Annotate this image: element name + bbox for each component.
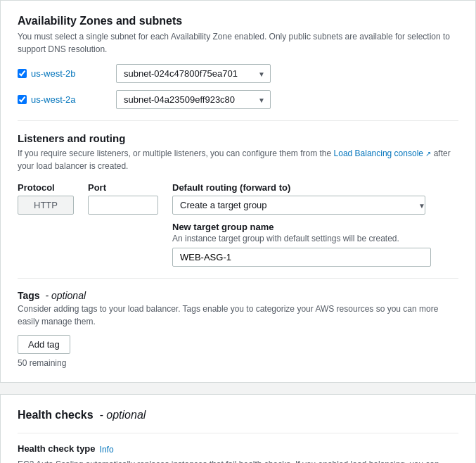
az-subnet-select-west2a[interactable]: subnet-04a23509eff923c80 (116, 90, 271, 109)
remaining-text: 50 remaining (18, 358, 458, 368)
listeners-form-row: Protocol HTTP Port 80 Default routing (f… (18, 182, 458, 267)
health-type-desc: EC2 Auto Scaling automatically replaces … (18, 458, 458, 463)
tags-section: Tags - optional Consider adding tags to … (18, 290, 458, 368)
listeners-divider (18, 120, 458, 121)
protocol-group: Protocol HTTP (18, 182, 74, 215)
target-group-name-section: New target group name An instance target… (172, 222, 431, 267)
az-checkbox-west2a[interactable] (18, 95, 27, 104)
routing-select-wrapper[interactable]: Create a target group (172, 196, 431, 215)
availability-zones-section: Availability Zones and subnets You must … (0, 0, 476, 383)
health-check-type-section: Health check type Info EC2 Auto Scaling … (18, 443, 458, 463)
tags-title: Tags - optional (18, 290, 458, 301)
routing-select[interactable]: Create a target group (172, 196, 425, 215)
port-label: Port (88, 182, 158, 193)
health-title-text: Health checks (18, 409, 94, 421)
az-label-west2a[interactable]: us-west-2a (18, 94, 116, 105)
tg-name-desc: An instance target group with default se… (172, 234, 431, 243)
health-checks-section: Health checks - optional Health check ty… (0, 394, 476, 463)
health-check-type-info-link[interactable]: Info (100, 445, 114, 455)
routing-label: Default routing (forward to) (172, 182, 431, 193)
listeners-desc: If you require secure listeners, or mult… (18, 147, 458, 172)
tg-name-label: New target group name (172, 222, 431, 232)
port-group: Port 80 (88, 182, 158, 215)
az-subnet-dropdown-west2a[interactable]: subnet-04a23509eff923c80 (116, 90, 271, 109)
health-check-type-header: Health check type Info (18, 443, 458, 455)
port-input[interactable]: 80 (88, 196, 158, 215)
listeners-title: Listeners and routing (18, 132, 458, 144)
load-balancing-link-text: Load Balancing console (334, 148, 423, 158)
tags-optional-label: - optional (45, 290, 86, 301)
listeners-section: Listeners and routing If you require sec… (18, 132, 458, 267)
add-tag-button[interactable]: Add tag (18, 335, 70, 354)
load-balancing-console-link[interactable]: Load Balancing console ↗ (334, 148, 434, 158)
protocol-label: Protocol (18, 182, 74, 193)
az-section-title: Availability Zones and subnets (18, 15, 458, 27)
listeners-desc-prefix: If you require secure listeners, or mult… (18, 148, 334, 158)
tags-title-text: Tags (18, 290, 40, 301)
tg-name-input[interactable] (172, 248, 431, 267)
health-checks-divider (18, 433, 458, 433)
health-checks-title: Health checks - optional (18, 409, 458, 421)
info-link-text: Info (100, 445, 114, 455)
az-name-west2a: us-west-2a (31, 94, 76, 105)
az-label-west2b[interactable]: us-west-2b (18, 68, 116, 79)
external-link-icon: ↗ (425, 148, 431, 159)
az-section-desc: You must select a single subnet for each… (18, 30, 458, 56)
az-subnet-select-west2b[interactable]: subnet-024c47800f75ea701 (116, 64, 271, 83)
az-row-west2b: us-west-2b subnet-024c47800f75ea701 (18, 64, 458, 83)
health-optional-label: - optional (100, 409, 146, 421)
health-check-type-label: Health check type (18, 443, 96, 454)
az-name-west2b: us-west-2b (31, 68, 76, 79)
az-row-west2a: us-west-2a subnet-04a23509eff923c80 (18, 90, 458, 109)
protocol-value: HTTP (18, 196, 74, 215)
routing-group: Default routing (forward to) Create a ta… (172, 182, 431, 267)
tags-divider (18, 278, 458, 279)
az-subnet-dropdown-west2b[interactable]: subnet-024c47800f75ea701 (116, 64, 271, 83)
tags-desc: Consider adding tags to your load balanc… (18, 303, 458, 328)
az-checkbox-west2b[interactable] (18, 69, 27, 78)
